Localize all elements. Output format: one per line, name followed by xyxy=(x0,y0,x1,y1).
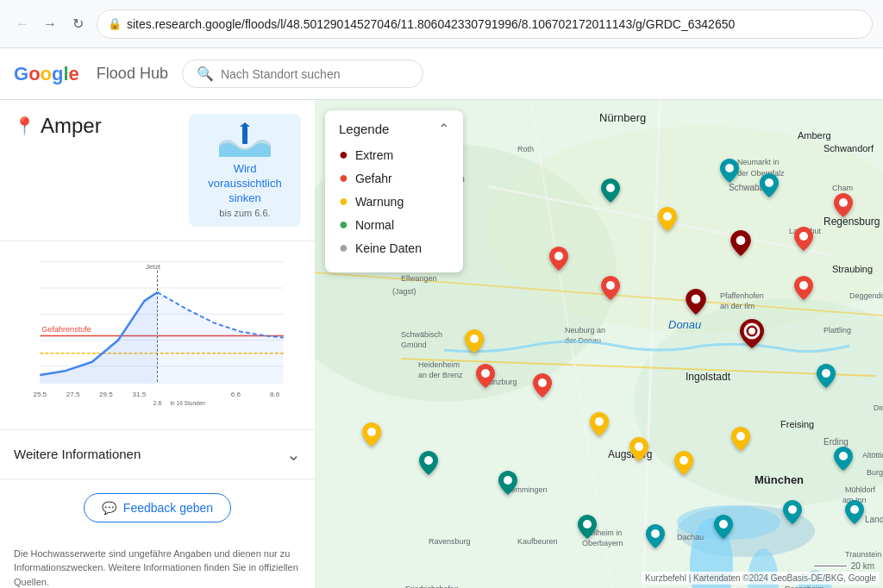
legend-title: Legende xyxy=(339,122,389,136)
legend-toggle-button[interactable]: ⌃ xyxy=(438,121,449,137)
map-attribution: Kurzbefehl | Kartendaten ©2024 GeoBasis-… xyxy=(642,572,880,585)
svg-text:der Oberpfalz: der Oberpfalz xyxy=(737,169,785,178)
svg-text:Erding: Erding xyxy=(824,437,849,447)
legend-header: Legende ⌃ xyxy=(339,121,449,137)
forecast-text: Wird voraussichtlich sinken xyxy=(197,162,292,206)
svg-text:Neumarkt in: Neumarkt in xyxy=(737,158,780,166)
gefahr-pin-icon: ● xyxy=(339,169,348,187)
keine-label: Keine Daten xyxy=(355,241,422,255)
svg-text:Landshut: Landshut xyxy=(789,227,822,235)
svg-text:Roth: Roth xyxy=(517,145,534,153)
normal-label: Normal xyxy=(355,218,394,232)
svg-text:Nürnberg: Nürnberg xyxy=(599,111,646,124)
legend-item-extrem: ● Extrem xyxy=(339,146,449,164)
svg-text:Burghausen: Burghausen xyxy=(867,468,883,477)
expand-icon: ⌄ xyxy=(286,444,301,465)
svg-text:29.5: 29.5 xyxy=(99,391,113,398)
svg-text:München: München xyxy=(755,473,804,486)
svg-text:Augsburg: Augsburg xyxy=(608,448,652,460)
more-info-section[interactable]: Weitere Informationen ⌄ xyxy=(0,430,315,479)
feedback-button[interactable]: 💬 Feedback geben xyxy=(84,493,231,522)
svg-text:Schwäbisch: Schwäbisch xyxy=(401,330,442,339)
feedback-icon: 💬 xyxy=(102,501,116,515)
svg-text:Neuburg an: Neuburg an xyxy=(565,326,605,335)
svg-text:Cham: Cham xyxy=(832,184,853,192)
chart-svg: Gefahrenstufe Jetzt xyxy=(14,252,301,416)
chart-container: Gefahrenstufe Jetzt xyxy=(14,252,301,416)
extrem-label: Extrem xyxy=(355,148,393,162)
forward-button[interactable]: → xyxy=(38,12,62,36)
svg-text:8.6: 8.6 xyxy=(270,391,280,398)
svg-text:Gmünd: Gmünd xyxy=(401,341,427,349)
svg-text:Regensburg: Regensburg xyxy=(824,216,880,228)
browser-chrome: ← → ↻ 🔒 sites.research.google/floods/l/4… xyxy=(0,0,883,48)
svg-text:27.5: 27.5 xyxy=(66,391,80,398)
warnung-pin-icon: ● xyxy=(339,192,348,210)
disclaimer: Die Hochwasserwerte sind ungefähre Angab… xyxy=(0,536,315,588)
svg-text:Landshut: Landshut xyxy=(865,515,883,524)
search-input[interactable] xyxy=(221,67,409,81)
map-container[interactable]: Nürnberg Amberg Schwabach Ansbach Roth N… xyxy=(315,100,883,588)
reload-button[interactable]: ↻ xyxy=(66,12,90,36)
svg-rect-0 xyxy=(242,127,247,144)
svg-text:Günzburg: Günzburg xyxy=(483,378,517,386)
svg-text:Ellwangen: Ellwangen xyxy=(401,274,437,283)
back-button[interactable]: ← xyxy=(10,12,34,36)
app-name: Flood Hub xyxy=(97,65,168,83)
forecast-card: Wird voraussichtlich sinken bis zum 6.6. xyxy=(189,114,301,227)
sidebar: 📍 Amper Wi xyxy=(0,100,315,588)
lock-icon: 🔒 xyxy=(108,17,122,30)
location-name: 📍 Amper xyxy=(14,114,178,138)
svg-text:Dingolfing: Dingolfing xyxy=(874,403,883,412)
legend-item-warnung: ● Warnung xyxy=(339,192,449,210)
location-pin-icon: 📍 xyxy=(14,116,35,136)
feedback-label: Feedback geben xyxy=(123,501,213,515)
disclaimer-text: Die Hochwasserwerte sind ungefähre Angab… xyxy=(14,547,301,588)
legend-item-gefahr: ● Gefahr xyxy=(339,169,449,187)
svg-text:Freising: Freising xyxy=(780,419,814,429)
svg-text:Gefahrenstufe: Gefahrenstufe xyxy=(41,325,91,334)
nav-buttons: ← → ↻ xyxy=(10,12,90,36)
google-logo: Google xyxy=(14,63,79,85)
svg-text:in 16 Stunden: in 16 Stunden xyxy=(171,400,206,406)
svg-text:Schwandorf: Schwandorf xyxy=(824,143,874,153)
extrem-pin-icon: ● xyxy=(339,146,348,164)
chart-section: Gefahrenstufe Jetzt xyxy=(0,241,315,430)
svg-text:Mühldorf: Mühldorf xyxy=(845,485,876,494)
legend: Legende ⌃ ● Extrem ● Gefahr ● Warnung ● xyxy=(325,110,463,272)
svg-text:2.6: 2.6 xyxy=(153,400,162,406)
svg-text:an der Ilm: an der Ilm xyxy=(720,302,755,310)
svg-text:Plattling: Plattling xyxy=(824,326,851,335)
water-animation xyxy=(219,122,271,157)
svg-text:Friedrichshafen: Friedrichshafen xyxy=(405,585,459,588)
location-card: 📍 Amper Wi xyxy=(0,100,315,241)
svg-text:Heidenheim: Heidenheim xyxy=(418,360,460,369)
svg-text:am Inn: am Inn xyxy=(842,496,867,504)
svg-text:Altötting: Altötting xyxy=(862,451,883,460)
address-bar[interactable]: 🔒 sites.research.google/floods/l/48.5012… xyxy=(97,9,873,39)
svg-text:Weilheim in: Weilheim in xyxy=(582,529,622,537)
legend-item-normal: ● Normal xyxy=(339,216,449,234)
svg-text:Donau: Donau xyxy=(668,318,701,331)
svg-text:Oberbayern: Oberbayern xyxy=(582,539,623,547)
svg-text:25.5: 25.5 xyxy=(33,391,47,398)
svg-text:6.6: 6.6 xyxy=(231,391,241,398)
location-search[interactable]: 🔍 xyxy=(182,59,423,88)
svg-text:Ravensburg: Ravensburg xyxy=(429,537,471,546)
normal-pin-icon: ● xyxy=(339,216,348,234)
scale-bar: 20 km xyxy=(813,561,874,571)
warnung-label: Warnung xyxy=(355,195,404,209)
gefahr-label: Gefahr xyxy=(355,172,392,185)
forecast-date: bis zum 6.6. xyxy=(219,208,270,218)
svg-text:Dachau: Dachau xyxy=(677,533,704,541)
keine-pin-icon: ● xyxy=(339,239,348,257)
svg-text:31.5: 31.5 xyxy=(132,391,146,398)
svg-text:Deggendorf: Deggendorf xyxy=(849,291,883,300)
svg-text:Traunstein: Traunstein xyxy=(845,550,881,559)
svg-text:Amberg: Amberg xyxy=(798,130,831,141)
scale-label: 20 km xyxy=(851,561,874,571)
svg-text:Pfaffenhofen: Pfaffenhofen xyxy=(720,291,764,300)
svg-marker-1 xyxy=(240,122,250,127)
url-text: sites.research.google/floods/l/48.501290… xyxy=(127,17,735,31)
svg-text:Memmingen: Memmingen xyxy=(504,485,548,494)
